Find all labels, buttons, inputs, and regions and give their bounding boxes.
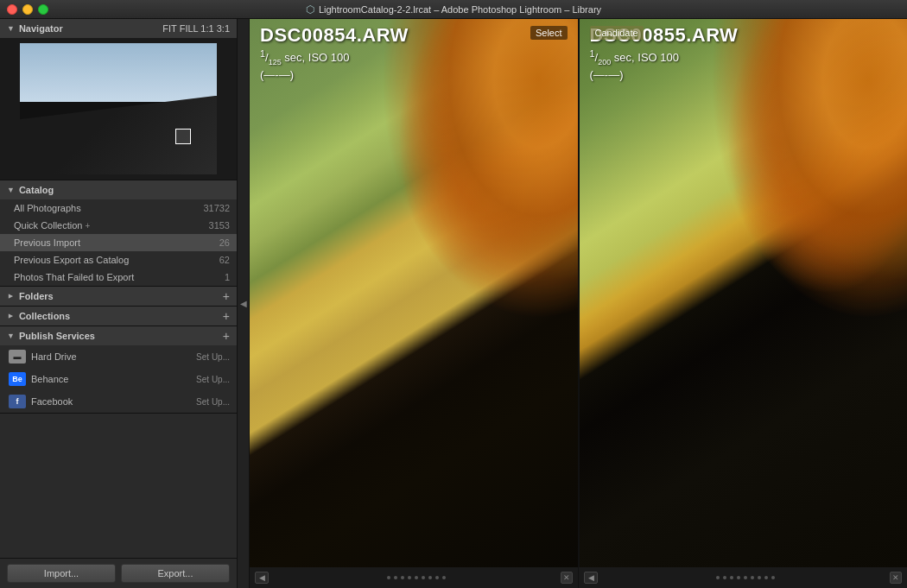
nav-fill[interactable]: FILL bbox=[180, 23, 199, 34]
folders-title: Folders bbox=[19, 291, 223, 301]
right-rating: (—-—) bbox=[590, 68, 739, 81]
app-icon: ⬡ bbox=[306, 3, 314, 16]
catalog-header[interactable]: ▼ Catalog bbox=[0, 180, 237, 199]
rdot-5 bbox=[744, 576, 747, 579]
behance-setup[interactable]: Set Up... bbox=[196, 375, 230, 384]
folders-header[interactable]: ▼ Folders + bbox=[0, 287, 237, 306]
right-foliage bbox=[710, 19, 907, 320]
filmstrip-right-close[interactable]: ✕ bbox=[890, 572, 902, 584]
titlebar: ⬡ LightroomCatalog-2-2.lrcat – Adobe Pho… bbox=[0, 0, 907, 19]
publish-item-behance[interactable]: Be Behance Set Up... bbox=[0, 368, 237, 390]
compare-left-panel: DSC00854.ARW 1/125 sec, ISO 100 (—-—) Se… bbox=[250, 19, 579, 567]
catalog-failed-count: 1 bbox=[225, 272, 230, 282]
dot-1 bbox=[387, 576, 390, 579]
thumb-sky bbox=[20, 43, 217, 102]
publish-triangle: ▼ bbox=[7, 332, 15, 340]
publish-panel: ▼ Publish Services + ▬ Hard Drive Set Up… bbox=[0, 326, 237, 414]
catalog-item-all[interactable]: All Photographs 31732 bbox=[0, 199, 237, 217]
harddrive-icon: ▬ bbox=[9, 350, 26, 364]
left-meta: 1/125 sec, ISO 100 bbox=[260, 48, 409, 66]
facebook-setup[interactable]: Set Up... bbox=[196, 397, 230, 407]
nav-3to1[interactable]: 3:1 bbox=[217, 23, 230, 34]
compare-area: DSC00854.ARW 1/125 sec, ISO 100 (—-—) Se… bbox=[250, 19, 907, 567]
catalog-item-failed[interactable]: Photos That Failed to Export 1 bbox=[0, 269, 237, 286]
collections-triangle: ▼ bbox=[6, 313, 15, 320]
filmstrip-left-expand[interactable]: ◀ bbox=[255, 572, 269, 584]
catalog-failed-label: Photos That Failed to Export bbox=[14, 272, 225, 282]
navigator-header[interactable]: ▼ Navigator FIT FILL 1:1 3:1 bbox=[0, 19, 237, 38]
sidebar-collapse-tab[interactable]: ◀ bbox=[238, 19, 250, 588]
nav-fit[interactable]: FIT bbox=[162, 23, 176, 34]
left-photo[interactable] bbox=[250, 19, 578, 567]
navigator-image bbox=[0, 38, 237, 180]
import-button[interactable]: Import... bbox=[7, 564, 116, 583]
dot-2 bbox=[394, 576, 397, 579]
dot-8 bbox=[435, 576, 439, 579]
dot-5 bbox=[415, 576, 418, 579]
right-meta: 1/200 sec, ISO 100 bbox=[590, 48, 739, 66]
right-photo[interactable] bbox=[580, 19, 908, 567]
facebook-icon: f bbox=[9, 395, 26, 408]
harddrive-label: Hard Drive bbox=[31, 351, 196, 362]
rdot-7 bbox=[758, 576, 761, 579]
dot-6 bbox=[422, 576, 425, 579]
collections-add-button[interactable]: + bbox=[223, 310, 230, 322]
window-title: LightroomCatalog-2-2.lrcat – Adobe Photo… bbox=[319, 4, 601, 15]
rdot-3 bbox=[730, 576, 733, 579]
rdot-8 bbox=[764, 576, 768, 579]
harddrive-setup[interactable]: Set Up... bbox=[196, 352, 230, 362]
publish-add-button[interactable]: + bbox=[223, 330, 230, 342]
compare-right-panel: DSC00855.ARW 1/200 sec, ISO 100 (—-—) Ca… bbox=[580, 19, 908, 567]
filmstrip-right-expand[interactable]: ◀ bbox=[584, 572, 598, 584]
rdot-1 bbox=[716, 576, 720, 579]
collapse-arrow: ◀ bbox=[240, 299, 247, 308]
sidebar: ▼ Navigator FIT FILL 1:1 3:1 bbox=[0, 19, 238, 588]
publish-header[interactable]: ▼ Publish Services + bbox=[0, 326, 237, 345]
filmstrip-right-dots bbox=[601, 576, 890, 579]
filmstrip-left: ◀ ✕ bbox=[250, 567, 578, 588]
dot-9 bbox=[442, 576, 446, 579]
folders-panel: ▼ Folders + bbox=[0, 287, 237, 307]
nav-1to1[interactable]: 1:1 bbox=[200, 23, 213, 34]
folders-add-button[interactable]: + bbox=[223, 290, 230, 302]
dot-7 bbox=[428, 576, 432, 579]
catalog-quick-count: 3153 bbox=[209, 220, 230, 231]
dot-4 bbox=[408, 576, 411, 579]
publish-item-facebook[interactable]: f Facebook Set Up... bbox=[0, 390, 237, 413]
catalog-prev-export-count: 62 bbox=[219, 255, 230, 265]
publish-item-harddrive[interactable]: ▬ Hard Drive Set Up... bbox=[0, 345, 237, 368]
catalog-all-count: 31732 bbox=[203, 203, 230, 213]
filmstrip-right: ◀ ✕ bbox=[579, 567, 907, 588]
rdot-2 bbox=[723, 576, 726, 579]
collections-title: Collections bbox=[19, 311, 223, 321]
maximize-button[interactable] bbox=[38, 4, 48, 15]
rdot-9 bbox=[771, 576, 775, 579]
sidebar-footer: Import... Export... bbox=[0, 558, 237, 588]
rdot-6 bbox=[751, 576, 754, 579]
export-button[interactable]: Export... bbox=[121, 564, 230, 583]
catalog-item-quick[interactable]: Quick Collection + 3153 bbox=[0, 217, 237, 234]
catalog-prev-import-label: Previous Import bbox=[14, 237, 219, 248]
candidate-label: Candidate bbox=[590, 26, 644, 40]
filmstrip-left-close[interactable]: ✕ bbox=[561, 572, 573, 584]
catalog-prev-import-count: 26 bbox=[219, 237, 230, 248]
catalog-prev-export-label: Previous Export as Catalog bbox=[14, 255, 219, 265]
catalog-item-prev-export[interactable]: Previous Export as Catalog 62 bbox=[0, 251, 237, 269]
behance-icon: Be bbox=[9, 372, 26, 386]
close-button[interactable] bbox=[7, 4, 17, 15]
catalog-quick-label: Quick Collection + bbox=[14, 220, 209, 231]
behance-label: Behance bbox=[31, 374, 196, 384]
left-rating: (—-—) bbox=[260, 68, 409, 81]
catalog-title: Catalog bbox=[19, 185, 230, 195]
window-controls bbox=[7, 4, 48, 15]
navigator-panel: ▼ Navigator FIT FILL 1:1 3:1 bbox=[0, 19, 237, 180]
collections-header[interactable]: ▼ Collections + bbox=[0, 307, 237, 326]
navigator-controls: FIT FILL 1:1 3:1 bbox=[162, 23, 230, 34]
catalog-triangle: ▼ bbox=[7, 186, 15, 194]
left-photo-info: DSC00854.ARW 1/125 sec, ISO 100 (—-—) bbox=[260, 24, 409, 81]
thumb-image bbox=[20, 43, 217, 174]
catalog-item-prev-import[interactable]: Previous Import 26 bbox=[0, 234, 237, 251]
navigator-thumbnail[interactable] bbox=[20, 43, 217, 174]
publish-title: Publish Services bbox=[19, 331, 223, 341]
minimize-button[interactable] bbox=[22, 4, 33, 15]
